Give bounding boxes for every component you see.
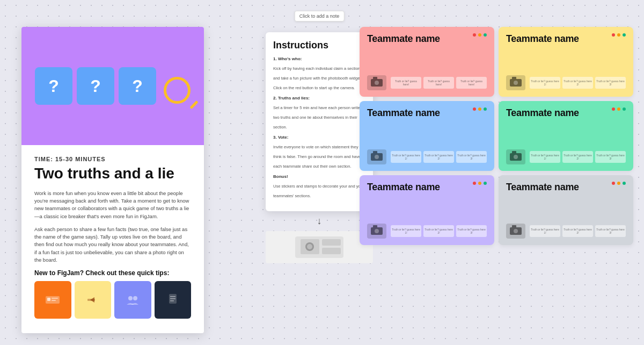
dot-red-4	[612, 107, 615, 111]
step-2-text: Set a timer for 5 min and have each pers…	[273, 105, 360, 130]
dot-yellow-2	[617, 33, 620, 37]
camera-body-6	[510, 227, 522, 235]
svg-rect-3	[52, 300, 56, 301]
truth-slot-3-3: Truth or lie? guess here 3!	[456, 151, 487, 163]
teammate-card-5: Teammate name Truth or lie? guess here 1…	[360, 175, 494, 245]
truth-slot-2-1: Truth or lie? guess here 1!	[530, 77, 560, 89]
tip-card-zoom	[75, 281, 112, 319]
truth-slot-5-1: Truth or lie? guess here 1!	[391, 225, 421, 237]
tip-card-learn	[155, 281, 192, 319]
question-block-3: ?	[119, 67, 156, 105]
step-3: 3. Vote: Invite everyone to vote on whic…	[273, 135, 365, 170]
truth-slot-4-1: Truth or lie? guess here 1!	[530, 151, 560, 163]
left-panel: ? ? ? TIME: 15-30 MINUTES Two truths and…	[21, 27, 204, 333]
tooltip: Click to add a note	[295, 11, 345, 21]
card-dots-3	[473, 107, 487, 111]
tip-label-4	[155, 281, 192, 319]
instructions-panel: Click to add a note Instructions 1. Who'…	[266, 27, 373, 268]
truth-slot-1-1: Truth or lie? guess here!	[391, 77, 421, 89]
card-header-6: Teammate name	[506, 182, 626, 193]
svg-rect-14	[322, 248, 341, 254]
dot-green-1	[484, 33, 487, 37]
svg-rect-10	[170, 300, 174, 301]
card-dots-4	[612, 107, 626, 111]
truth-slot-6-2: Truth or lie? guess here 2!	[562, 225, 593, 237]
step-bonus: Bonus! Use stickers and stamps to decora…	[273, 174, 365, 199]
tip-label-1	[34, 281, 71, 319]
camera-body-3	[371, 153, 383, 161]
dot-green-5	[484, 182, 487, 185]
svg-rect-8	[170, 296, 175, 297]
card-bottom-1: Truth or lie? guess here! Truth or lie? …	[367, 75, 487, 90]
tip-card-team	[114, 281, 151, 319]
card-bottom-5: Truth or lie? guess here 1! Truth or lie…	[367, 224, 487, 239]
instructions-title: Instructions	[273, 40, 365, 51]
truth-slots-1: Truth or lie? guess here! Truth or lie? …	[391, 77, 487, 89]
svg-rect-1	[47, 298, 50, 301]
step-3-text: Invite everyone to vote on which stateme…	[273, 145, 361, 169]
camera-icon-5	[367, 224, 386, 239]
teammate-grid: Teammate name Truth or lie? guess here! …	[360, 27, 633, 245]
camera-body-1	[371, 79, 383, 87]
step-2: 2. Truths and lies: Set a timer for 5 mi…	[273, 96, 365, 131]
card-header-1: Teammate name	[367, 33, 487, 45]
svg-point-5	[128, 296, 133, 300]
card-dots-5	[473, 182, 487, 185]
card-dots-6	[612, 182, 626, 185]
card-bottom-3: Truth or lie? guess here 1! Truth or lie…	[367, 149, 487, 164]
truth-slot-2-3: Truth or lie? guess here 3!	[595, 77, 626, 89]
tip-label-3	[114, 281, 151, 319]
tip-label-2	[75, 281, 112, 319]
truth-slots-2: Truth or lie? guess here 1! Truth or lie…	[530, 77, 626, 89]
svg-rect-2	[52, 298, 58, 299]
truth-slot-5-3: Truth or lie? guess here 3!	[456, 225, 487, 237]
card-header-2: Teammate name	[506, 33, 626, 45]
magnifier-icon	[164, 77, 191, 104]
truth-slot-3-1: Truth or lie? guess here 1!	[391, 151, 421, 163]
teammate-card-2: Teammate name Truth or lie? guess here 1…	[499, 27, 633, 97]
svg-point-6	[133, 296, 137, 300]
camera-body-4	[510, 153, 522, 161]
card-bottom-6: Truth or lie? guess here 1! Truth or lie…	[506, 224, 626, 239]
step-1-text: Kick off by having each individual claim…	[273, 66, 362, 90]
panel-content: TIME: 15-30 MINUTES Two truths and a lie…	[21, 145, 204, 329]
truth-slot-1-3: Truth or lie? guess here!	[456, 77, 487, 89]
truth-slots-5: Truth or lie? guess here 1! Truth or lie…	[391, 225, 487, 237]
quick-tips	[34, 281, 191, 319]
dot-yellow-5	[478, 182, 481, 185]
step-bonus-text: Use stickers and stamps to decorate your…	[273, 184, 364, 198]
dot-red-1	[473, 33, 476, 37]
dot-red-2	[612, 33, 615, 37]
time-label: TIME: 15-30 MINUTES	[34, 156, 191, 162]
truth-slot-6-1: Truth or lie? guess here 1!	[530, 225, 560, 237]
truth-slot-6-3: Truth or lie? guess here 3!	[595, 225, 626, 237]
tip-card-toolbar	[34, 281, 71, 319]
dot-green-3	[484, 107, 487, 111]
svg-rect-4	[87, 299, 95, 301]
photobooth-preview	[266, 231, 373, 263]
card-header-4: Teammate name	[506, 107, 626, 119]
card-header-5: Teammate name	[367, 182, 487, 193]
card-header-3: Teammate name	[367, 107, 487, 119]
instructions-card: Instructions 1. Who's who: Kick off by h…	[266, 32, 373, 211]
arrow-down-icon: ↓	[266, 215, 373, 227]
truth-slots-3: Truth or lie? guess here 1! Truth or lie…	[391, 151, 487, 163]
dot-green-6	[623, 182, 626, 185]
svg-rect-9	[170, 298, 175, 299]
truth-slot-1-2: Truth or lie? guess here!	[423, 77, 454, 89]
truth-slot-4-3: Truth or lie? guess here 3!	[595, 151, 626, 163]
teammate-name-3: Teammate name	[367, 107, 440, 119]
teammate-name-1: Teammate name	[367, 33, 440, 45]
dot-yellow-4	[617, 107, 620, 111]
teammate-name-5: Teammate name	[367, 182, 440, 193]
camera-icon-4	[506, 149, 525, 164]
camera-body-2	[510, 79, 522, 87]
teammate-name-6: Teammate name	[506, 182, 579, 193]
truth-slot-3-2: Truth or lie? guess here 2!	[423, 151, 454, 163]
step-1: 1. Who's who: Kick off by having each in…	[273, 56, 365, 91]
teammate-card-6: Teammate name Truth or lie? guess here 1…	[499, 175, 633, 245]
dot-red-3	[473, 107, 476, 111]
step-2-label: 2. Truths and lies:	[273, 96, 365, 100]
dot-yellow-1	[478, 33, 481, 37]
card-bottom-4: Truth or lie? guess here 1! Truth or lie…	[506, 149, 626, 164]
